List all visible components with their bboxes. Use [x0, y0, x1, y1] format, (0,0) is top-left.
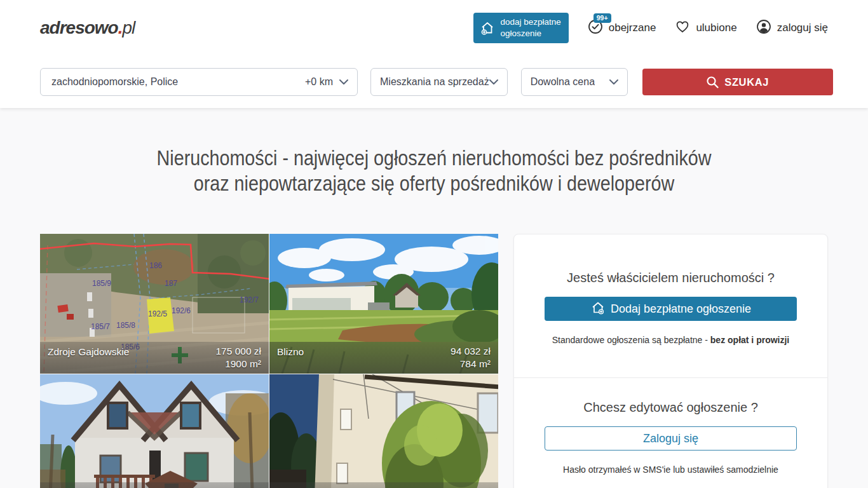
house-plus-icon [480, 20, 495, 36]
listing-area: 1900 m² [225, 358, 261, 370]
heart-icon [675, 19, 690, 37]
map-parcel-label: 185/8 [116, 321, 135, 330]
listing-price: 175 000 zł [215, 345, 261, 358]
viewed-count-badge: 99+ [593, 13, 611, 24]
header: adresowo.pl dodaj bezpłatne ogłoszenie [0, 0, 868, 108]
map-parcel-label: 192/5 [148, 309, 167, 318]
page: adresowo.pl dodaj bezpłatne ogłoszenie [0, 0, 868, 488]
location-value: zachodniopomorskie, Police [51, 76, 178, 88]
viewed-link[interactable]: 99+ obejrzane [588, 19, 656, 37]
title-line1: Nieruchomości - najwięcej ogłoszeń nieru… [57, 146, 811, 171]
location-field[interactable]: zachodniopomorskie, Police +0 km [40, 68, 358, 96]
listing-card-zdroje-gajdowskie[interactable]: 185/9 186 187 192/5 192/6 192/7 185/7 18… [40, 234, 269, 374]
title-line2: oraz niepowtarzające się oferty pośredni… [57, 171, 811, 196]
listing-price: 94 032 zł [451, 345, 491, 358]
search-button[interactable]: SZUKAJ [642, 69, 833, 95]
favorites-link[interactable]: ulubione [675, 19, 736, 37]
listing-card-pyki[interactable]: Pyki, ul. Graniczna 270 000 zł [269, 374, 498, 488]
map-parcel-label: 186 [149, 261, 162, 270]
add-listing-label-line2: ogłoszenie [500, 28, 560, 39]
owner-panel: Jesteś właścicielem nieruchomości ? Doda… [513, 234, 828, 488]
logo-suffix: pl [122, 18, 135, 37]
listing-overlay: Zdroje Gajdowskie 175 000 zł 1900 m² [40, 342, 269, 374]
listing-photo-wall-tree [269, 374, 498, 488]
listing-price: 270 000 zł [445, 485, 491, 488]
map-parcel-label: 192/6 [172, 306, 191, 315]
listing-overlay: Zakrzewo Kościelne 1 250 000 zł [40, 482, 269, 488]
edit-heading: Chcesz edytować ogłoszenie ? [545, 400, 797, 415]
listing-location: Pyki, ul. Graniczna [277, 485, 359, 488]
listing-area: 784 m² [460, 358, 491, 370]
add-listing-label-line1: dodaj bezpłatne [500, 17, 560, 28]
search-icon [706, 76, 719, 89]
chevron-down-icon [489, 79, 498, 85]
listing-card-zakrzewo-koscielne[interactable]: Zakrzewo Kościelne 1 250 000 zł [40, 374, 269, 488]
house-plus-icon [590, 300, 606, 318]
map-parcel-label: 185/7 [91, 322, 110, 331]
hero-section: Nieruchomości - najwięcej ogłoszeń nieru… [0, 108, 868, 488]
page-title: Nieruchomości - najwięcej ogłoszeń nieru… [0, 108, 868, 196]
listing-location: Zakrzewo Kościelne [48, 485, 136, 488]
viewed-label: obejrzane [609, 22, 656, 34]
chevron-down-icon [339, 79, 348, 85]
radius-dropdown[interactable]: +0 km [305, 76, 348, 88]
login-label: zaloguj się [777, 22, 828, 34]
search-button-label: SZUKAJ [724, 76, 769, 88]
login-link[interactable]: zaloguj się [756, 19, 828, 37]
listing-overlay: Blizno 94 032 zł 784 m² [269, 342, 498, 374]
radius-value: +0 km [305, 76, 333, 88]
price-dropdown[interactable]: Dowolna cena [521, 68, 628, 96]
price-value: Dowolna cena [531, 76, 595, 88]
favorites-label: ulubione [696, 22, 736, 34]
listing-gallery: 185/9 186 187 192/5 192/6 192/7 185/7 18… [40, 234, 498, 488]
owner-note-bold: bez opłat i prowizji [710, 335, 789, 345]
search-bar: zachodniopomorskie, Police +0 km Mieszka… [40, 68, 828, 96]
add-free-listing-button[interactable]: Dodaj bezpłatne ogłoszenie [545, 297, 797, 321]
listing-location: Blizno [277, 345, 304, 371]
category-dropdown[interactable]: Mieszkania na sprzedaż [370, 68, 508, 96]
category-value: Mieszkania na sprzedaż [380, 76, 489, 88]
logo[interactable]: adresowo.pl [40, 18, 135, 38]
add-listing-button[interactable]: dodaj bezpłatne ogłoszenie [473, 13, 568, 43]
map-parcel-label: 185/9 [92, 279, 111, 288]
edit-note: Hasło otrzymałeś w SMS'ie lub ustawiłeś … [545, 464, 797, 475]
header-actions: dodaj bezpłatne ogłoszenie 99+ [473, 13, 828, 43]
person-circle-icon [756, 19, 771, 37]
listing-location: Zdroje Gajdowskie [48, 345, 129, 371]
edit-section: Chcesz edytować ogłoszenie ? Zaloguj się… [514, 377, 827, 488]
listing-photo-house [40, 374, 269, 488]
chevron-down-icon [609, 79, 618, 85]
owner-note: Standardowe ogłoszenia są bezpłatne - be… [545, 335, 797, 346]
owner-section: Jesteś właścicielem nieruchomości ? Doda… [514, 234, 827, 377]
listing-price: 1 250 000 zł [208, 485, 261, 488]
listing-overlay: Pyki, ul. Graniczna 270 000 zł [269, 482, 498, 488]
listing-card-blizno[interactable]: Blizno 94 032 zł 784 m² [269, 234, 498, 374]
map-parcel-label: 187 [165, 279, 177, 288]
owner-heading: Jesteś właścicielem nieruchomości ? [545, 271, 797, 285]
login-button[interactable]: Zaloguj się [545, 426, 797, 451]
add-free-listing-label: Dodaj bezpłatne ogłoszenie [611, 302, 751, 316]
logo-text: adresowo [40, 18, 118, 37]
map-parcel-label: 192/7 [240, 295, 259, 304]
